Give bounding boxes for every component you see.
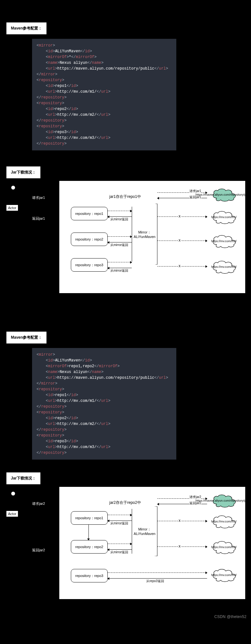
cloud-m2-2: https://mv.com/m2/ <box>207 540 241 554</box>
jar-download-label-2: Jar下载情况： <box>6 472 40 484</box>
watermark: CSDN @theten52 <box>214 614 247 619</box>
block-x-icon: x <box>178 544 181 548</box>
from-mirror-1b: 从mirror返回 <box>110 243 128 247</box>
cloud-aliyun-2: https://maven.aliyun.com/repository/publ… <box>207 494 241 508</box>
maven-config-label-2: Maven参考配置： <box>6 332 46 343</box>
from-mirror-1c: 从mirror返回 <box>110 268 128 273</box>
cloud-m1-1: https://mv.com/m1/ <box>207 210 241 224</box>
repo3-box-2: repository：repo3 <box>71 569 108 582</box>
diagram-2: jar2存在于repo2中 repository：repo1 repositor… <box>59 487 245 599</box>
maven-config-label-1: Maven参考配置： <box>6 22 46 34</box>
actor-icon <box>11 492 15 496</box>
cloud-m3-1: https://mv.com/m3/ <box>207 260 241 274</box>
cloud-m2-1: https://mv.com/m2/ <box>207 234 241 248</box>
actor-label-1: Actor <box>6 205 18 211</box>
diagram-1: jar1存在于repo1中 repository：repo1 repositor… <box>59 181 245 293</box>
code-block-2: <mirror> <id>ALiYunMaven</id> <mirrorOf>… <box>32 348 176 460</box>
jar-download-label-1: Jar下载情况： <box>6 166 40 178</box>
from-mirror-2a: 从mirror返回 <box>110 521 128 526</box>
code-block-1: <mirror> <id>ALiYunMaven</id> <mirrorOf>… <box>32 39 176 150</box>
mirror-box-2: Mirror： ALiYunMaven <box>132 506 157 556</box>
block-x-icon: x <box>178 214 181 218</box>
return-jar1-label: 返回jar1 <box>32 216 45 221</box>
mirror-box-1: Mirror： ALiYunMaven <box>132 204 157 265</box>
actor-label-2: Actor <box>6 511 18 517</box>
return-jar2-label: 返回jar2 <box>32 548 45 553</box>
block-x-icon: x <box>178 238 181 242</box>
diagram1-title: jar1存在于repo1中 <box>109 194 141 199</box>
cloud-aliyun-1: https://maven.aliyun.com/repository/publ… <box>207 188 241 202</box>
actor-icon <box>11 186 15 190</box>
diagram2-title: jar2存在于repo2中 <box>109 500 141 505</box>
repo1-box-2: repository：repo1 <box>71 511 108 525</box>
cloud-m1-2: https://mv.com/m1/ <box>207 514 241 529</box>
repo1-box: repository：repo1 <box>71 207 108 220</box>
from-mirror-2b: 从mirror返回 <box>110 550 128 555</box>
from-repo3-label: 从repo3返回 <box>146 579 164 583</box>
repo2-box: repository：repo2 <box>71 233 108 246</box>
from-mirror-1a: 从mirror返回 <box>110 217 128 222</box>
request-jar1-label: 请求jar1 <box>32 195 45 200</box>
request-jar2-label: 请求jar2 <box>32 501 45 506</box>
block-x-icon: x <box>178 264 181 268</box>
repo2-box-2: repository：repo2 <box>71 540 108 554</box>
block-x-icon: x <box>178 518 181 523</box>
repo3-box: repository：repo3 <box>71 258 108 272</box>
cloud-m3-2: https://mv.com/m3/ <box>207 568 241 582</box>
